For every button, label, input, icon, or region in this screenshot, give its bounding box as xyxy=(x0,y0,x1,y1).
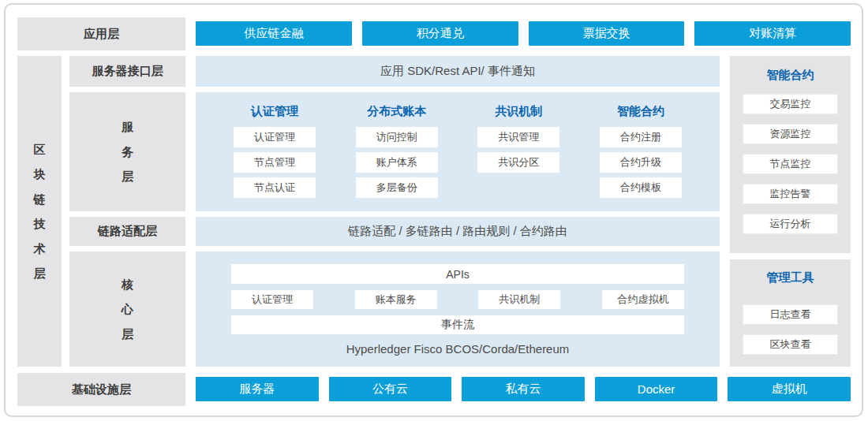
tech-layer-bar: 区块链技术层 xyxy=(17,56,62,367)
service-column-consensus: 共识机制 共识管理 共识分区 xyxy=(477,102,559,211)
core-module: 共识机制 xyxy=(478,290,560,309)
app-node-supply-chain-finance: 供应链金融 xyxy=(196,21,352,46)
monitor-item: 资源监控 xyxy=(743,124,838,144)
app-layer-buttons: 供应链金融 积分通兑 票据交换 对账清算 xyxy=(196,21,851,46)
core-event-stream-bar: 事件流 xyxy=(231,315,684,334)
tool-item: 区块查看 xyxy=(743,334,838,355)
service-column-ledger: 分布式账本 访问控制 账户体系 多层备份 xyxy=(356,102,438,211)
app-layer-label: 应用层 xyxy=(17,17,185,50)
service-column-contract: 智能合约 合约注册 合约升级 合约模板 xyxy=(600,102,682,211)
service-item: 合约升级 xyxy=(600,152,682,173)
core-module: 合约虚拟机 xyxy=(602,290,684,309)
core-layer-label: 核心层 xyxy=(69,251,185,367)
monitor-item: 节点监控 xyxy=(743,154,838,174)
service-layer-label: 服务层 xyxy=(69,92,185,211)
service-item: 共识管理 xyxy=(477,127,559,147)
infra-node-docker: Docker xyxy=(595,377,718,401)
service-item: 认证管理 xyxy=(234,127,316,147)
blockchain-architecture-diagram: { "colors": { "accent_blue": "#0a9fd9", … xyxy=(0,0,868,421)
service-item: 合约注册 xyxy=(600,127,682,147)
infra-node-server: 服务器 xyxy=(196,377,319,401)
service-column-header: 认证管理 xyxy=(234,102,316,120)
service-item: 访问控制 xyxy=(356,127,438,147)
core-apis-bar: APIs xyxy=(231,264,684,284)
app-node-reconciliation: 对账清算 xyxy=(694,21,851,46)
monitor-item: 监控告警 xyxy=(743,184,838,204)
service-column-header: 共识机制 xyxy=(477,102,559,120)
link-layer-content: 链路适配 / 多链路由 / 路由规则 / 合约路由 xyxy=(196,217,720,246)
interface-layer-content: 应用 SDK/Rest API/ 事件通知 xyxy=(196,56,720,87)
link-layer-label: 链路适配层 xyxy=(69,217,185,246)
infra-node-vm: 虚拟机 xyxy=(728,377,851,401)
service-column-auth: 认证管理 认证管理 节点管理 节点认证 xyxy=(234,102,316,211)
service-item: 节点认证 xyxy=(234,177,316,198)
infra-node-public-cloud: 公有云 xyxy=(329,377,452,401)
core-modules-row: 认证管理 账本服务 共识机制 合约虚拟机 xyxy=(231,290,684,309)
app-node-bill-exchange: 票据交换 xyxy=(529,21,685,46)
tools-panel-title: 管理工具 xyxy=(730,269,851,286)
service-item: 共识分区 xyxy=(477,152,559,173)
core-module: 认证管理 xyxy=(231,290,313,309)
infra-layer-buttons: 服务器 公有云 私有云 Docker 虚拟机 xyxy=(196,377,851,401)
tool-item: 日志查看 xyxy=(743,304,838,325)
service-item: 合约模板 xyxy=(600,177,682,198)
service-item: 节点管理 xyxy=(234,152,316,173)
monitor-panel: 智能合约 交易监控 资源监控 节点监控 监控告警 运行分析 xyxy=(730,56,851,253)
service-column-header: 分布式账本 xyxy=(356,102,438,120)
app-node-points-exchange: 积分通兑 xyxy=(362,21,518,46)
core-layer-panel: APIs 认证管理 账本服务 共识机制 合约虚拟机 事件流 Hyperledge… xyxy=(196,251,720,367)
service-item: 多层备份 xyxy=(356,177,438,198)
infra-layer-label: 基础设施层 xyxy=(17,373,185,406)
service-layer-panel: 认证管理 认证管理 节点管理 节点认证 分布式账本 访问控制 账户体系 多层备份… xyxy=(196,92,720,211)
core-module: 账本服务 xyxy=(355,290,437,309)
tools-panel: 管理工具 日志查看 区块查看 xyxy=(730,259,851,367)
infra-node-private-cloud: 私有云 xyxy=(462,377,585,401)
service-item: 账户体系 xyxy=(356,152,438,173)
tech-layer-label: 区块链技术层 xyxy=(32,137,47,286)
monitor-item: 交易监控 xyxy=(743,94,838,114)
service-column-header: 智能合约 xyxy=(600,102,682,120)
interface-layer-label: 服务器接口层 xyxy=(69,56,185,87)
monitor-item: 运行分析 xyxy=(743,214,838,234)
monitor-panel-title: 智能合约 xyxy=(730,66,851,84)
core-platforms-text: Hyperledger Fisco BCOS/Corda/Ethereum xyxy=(231,342,684,356)
